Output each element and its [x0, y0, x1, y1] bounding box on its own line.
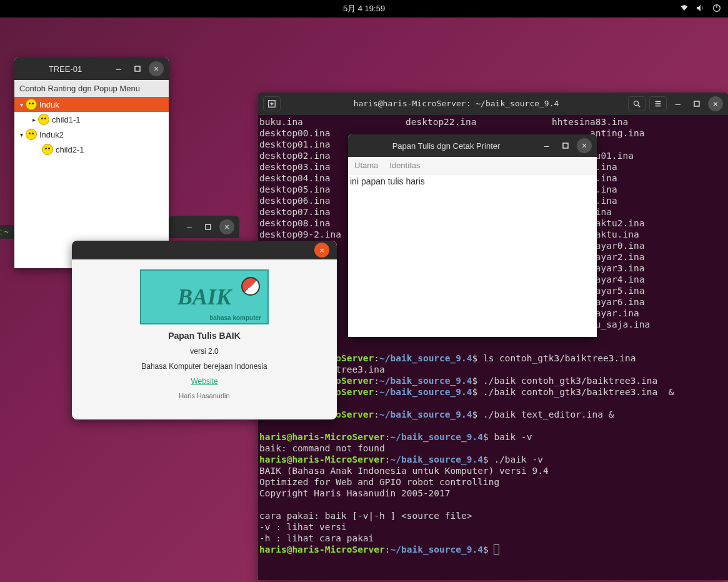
tree-node-label: Induk	[39, 100, 59, 109]
svg-point-5	[634, 101, 639, 106]
minimize-button[interactable]: –	[539, 138, 554, 153]
menu-bar: Utama Identitas	[348, 157, 597, 174]
maximize-button[interactable]	[201, 219, 216, 234]
expand-arrow-icon[interactable]: ▾	[17, 101, 26, 108]
system-top-bar: 5月 4 19:59	[0, 0, 728, 18]
smiley-icon	[42, 144, 53, 155]
tree-node-label: child2-1	[56, 145, 84, 154]
svg-rect-10	[694, 101, 699, 106]
tree-body[interactable]: ▾ Induk ▸ child1-1 ▾ Induk2 child2-1	[14, 97, 169, 157]
power-icon[interactable]	[712, 3, 722, 15]
smiley-icon	[38, 114, 49, 125]
papan-tulis-window: Papan Tulis dgn Cetak Printer – × Utama …	[348, 134, 597, 337]
tree-node-label: Induk2	[39, 130, 64, 139]
about-description: Bahasa Komputer berejaan Indonesia	[141, 362, 267, 371]
flag-circle-icon	[241, 277, 260, 296]
about-version: versi 2.0	[190, 347, 218, 356]
tree-node-child1-1[interactable]: ▸ child1-1	[14, 112, 169, 127]
tree-node-induk[interactable]: ▾ Induk	[14, 97, 169, 112]
svg-rect-13	[563, 143, 568, 148]
minimize-button[interactable]: –	[671, 96, 686, 111]
tree-column-header: Contoh Ranting dgn Popup Menu	[14, 80, 169, 97]
tree-node-induk2[interactable]: ▾ Induk2	[14, 127, 169, 142]
menu-utama[interactable]: Utama	[354, 161, 378, 170]
about-dialog: × BAIK bahasa komputer Papan Tulis BAIK …	[72, 241, 337, 419]
minimize-button[interactable]: –	[111, 61, 126, 76]
background-window-fragment: – ×	[169, 216, 239, 238]
svg-line-6	[638, 105, 641, 108]
close-button[interactable]: ×	[577, 138, 592, 153]
tree-titlebar[interactable]: TREE-01 – ×	[14, 58, 169, 80]
text-editor-content[interactable]: ini papan tulis haris	[348, 174, 597, 188]
search-button[interactable]	[628, 96, 646, 111]
expand-arrow-icon[interactable]: ▸	[29, 116, 38, 123]
svg-rect-11	[206, 224, 211, 229]
maximize-button[interactable]	[689, 96, 704, 111]
papan-title: Papan Tulis dgn Cetak Printer	[353, 141, 539, 151]
about-titlebar[interactable]: ×	[72, 241, 337, 259]
close-button[interactable]: ×	[149, 61, 164, 76]
terminal-titlebar[interactable]: haris@haris-MicroServer: ~/baik_source_9…	[258, 93, 728, 115]
menu-button[interactable]	[649, 96, 667, 111]
papan-titlebar[interactable]: Papan Tulis dgn Cetak Printer – ×	[348, 134, 597, 157]
terminal-title: haris@haris-MicroServer: ~/baik_source_9…	[284, 98, 628, 109]
tree-node-label: child1-1	[52, 115, 81, 124]
maximize-button[interactable]	[558, 138, 573, 153]
smiley-icon	[26, 99, 37, 110]
menu-identitas[interactable]: Identitas	[389, 161, 420, 170]
terminal-cursor	[494, 544, 499, 554]
clock-label: 5月 4 19:59	[343, 3, 385, 14]
wifi-icon[interactable]	[679, 3, 689, 15]
svg-rect-12	[135, 66, 140, 71]
minimize-button[interactable]: –	[182, 219, 197, 234]
close-button[interactable]: ×	[314, 243, 329, 258]
tree-window: TREE-01 – × Contoh Ranting dgn Popup Men…	[14, 58, 169, 268]
close-button[interactable]: ×	[708, 96, 723, 111]
about-title: Papan Tulis BAIK	[168, 331, 241, 341]
expand-arrow-icon[interactable]: ▾	[17, 131, 26, 138]
tree-node-child2-1[interactable]: child2-1	[14, 142, 169, 157]
about-author: Haris Hasanudin	[179, 392, 229, 399]
new-tab-button[interactable]	[263, 96, 281, 111]
volume-icon[interactable]	[696, 3, 706, 15]
partial-terminal-tile: : ~	[0, 225, 15, 239]
maximize-button[interactable]	[130, 61, 145, 76]
tree-title: TREE-01	[19, 64, 111, 74]
close-button[interactable]: ×	[219, 219, 234, 234]
baik-logo: BAIK bahasa komputer	[140, 269, 269, 324]
website-link[interactable]: Website	[191, 377, 217, 386]
system-tray	[679, 3, 722, 15]
smiley-icon	[26, 129, 37, 140]
